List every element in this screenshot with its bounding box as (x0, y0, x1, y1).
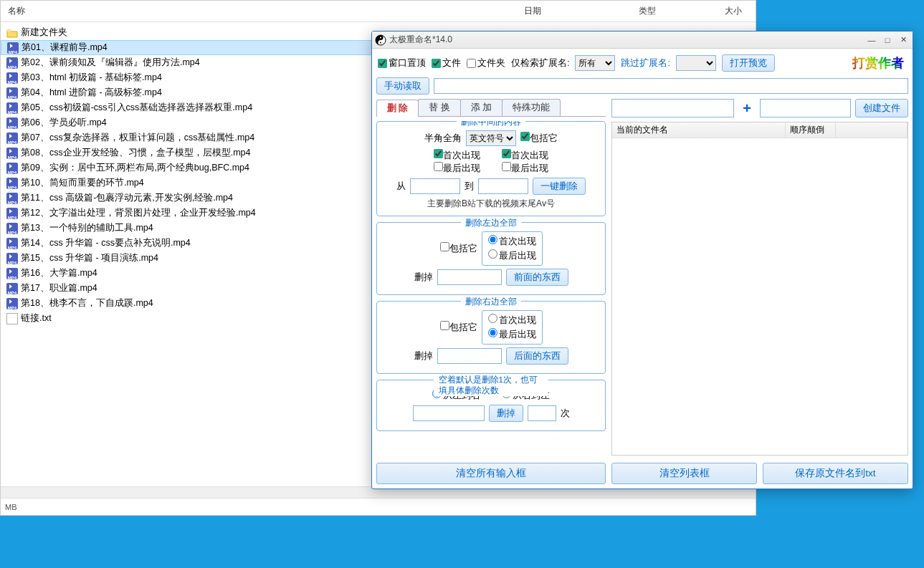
col-header-size[interactable]: 大小 (718, 2, 749, 20)
right-delete-input[interactable] (437, 348, 502, 364)
plus-button[interactable]: + (738, 100, 756, 117)
mp4-file-icon: MP4 (6, 178, 18, 189)
list-header: 当前的文件名 顺序颠倒 (612, 122, 908, 138)
window-top-checkbox[interactable]: 窗口置顶 (378, 57, 426, 69)
include-it-checkbox[interactable]: 包括它 (520, 132, 558, 145)
create-file-button[interactable]: 创建文件 (855, 99, 908, 117)
list-col-empty[interactable] (836, 122, 908, 138)
only-search-ext-label: 仅检索扩展名: (511, 57, 569, 69)
tab-replace[interactable]: 替 换 (418, 99, 460, 116)
file-name: 第07、css复杂选择器，权重计算问题，css基础属性.mp4 (21, 132, 254, 144)
left-include-checkbox[interactable]: 包括它 (440, 242, 477, 255)
mp4-file-icon: MP4 (6, 208, 18, 219)
delete-middle-fieldset: 删除中间的内容 半角全角 英文符号 包括它 首次出现 最后出现 (376, 121, 606, 216)
mp4-file-icon: MP4 (6, 72, 18, 84)
manual-read-button[interactable]: 手动读取 (376, 77, 429, 95)
left-first-radio[interactable]: 首次出现 (488, 235, 536, 248)
list-col-order-reverse[interactable]: 顺序颠倒 (786, 122, 836, 138)
open-preview-button[interactable]: 打开预览 (722, 54, 775, 72)
file-name: 链接.txt (21, 312, 52, 324)
left-delete-label: 删掉 (414, 271, 433, 284)
svg-point-1 (380, 37, 381, 38)
left-last-radio[interactable]: 最后出现 (488, 249, 536, 262)
create-file-row: + 创建文件 (611, 99, 908, 117)
create-file-ext-input[interactable] (760, 99, 851, 117)
file-name: 第01、课程前导.mp4 (22, 42, 108, 54)
from-input[interactable] (410, 178, 460, 194)
right-last-radio[interactable]: 最后出现 (488, 328, 536, 341)
file-name: 第09、实例：居中五环,两栏布局,两个经典bug,BFC.mp4 (21, 162, 249, 174)
folder-icon (6, 27, 18, 39)
list-col-current-name[interactable]: 当前的文件名 (612, 122, 786, 138)
middle-note: 主要删除B站下载的视频末尾Av号 (383, 198, 599, 210)
create-file-name-input[interactable] (611, 99, 734, 117)
to-label: 到 (465, 180, 474, 193)
times-count-input[interactable] (528, 405, 556, 421)
times-text-input[interactable] (413, 405, 485, 421)
mp4-file-icon: MP4 (6, 163, 18, 174)
save-txt-button[interactable]: 保存原文件名到txt (763, 463, 908, 484)
times-suffix: 次 (561, 408, 570, 420)
mp4-file-icon: MP4 (6, 117, 18, 129)
half-full-label: 半角全角 (424, 133, 462, 145)
bottom-button-row: 清空所有输入框 清空列表框 保存原文件名到txt (376, 463, 908, 484)
back-stuff-button[interactable]: 后面的东西 (506, 347, 568, 365)
explorer-statusbar: MB (1, 498, 756, 515)
delete-times-fieldset: 空着默认是删除1次，也可填具体删除次数 从左到右 从右到左 删掉 次 (376, 380, 606, 431)
mp4-file-icon: MP4 (6, 193, 18, 204)
folder-name: 新建文件夹 (21, 27, 67, 39)
last-occur-checkbox-right[interactable]: 最后出现 (502, 163, 548, 173)
file-name: 第18、桃李不言，下自成蹊.mp4 (21, 297, 153, 309)
right-first-radio[interactable]: 首次出现 (488, 314, 536, 327)
mp4-file-icon: MP4 (6, 148, 18, 159)
file-checkbox[interactable]: 文件 (432, 57, 461, 69)
times-delete-button[interactable]: 删掉 (489, 405, 523, 422)
top-options-row: 窗口置顶 文件 文件夹 仅检索扩展名: 所有 跳过扩展名: 打开预览 打赏作者 (376, 53, 908, 73)
list-body[interactable] (612, 138, 908, 455)
last-occur-checkbox-left[interactable]: 最后出现 (434, 163, 480, 173)
to-input[interactable] (478, 178, 528, 194)
window-title: 太极重命名*14.0 (389, 34, 865, 46)
tab-bar: 删 除 替 换 添 加 特殊功能 (376, 99, 606, 117)
txt-file-icon (6, 313, 18, 324)
col-header-name[interactable]: 名称 (1, 2, 517, 20)
file-name: 第14、css 升华篇 - css要点补充说明.mp4 (21, 237, 191, 249)
skip-ext-label: 跳过扩展名: (621, 57, 670, 69)
file-name: 第04、html 进阶篇 - 高级标签.mp4 (21, 87, 162, 99)
one-click-delete-button[interactable]: 一键删除 (533, 178, 586, 195)
minimize-button[interactable]: — (865, 35, 878, 45)
col-header-date[interactable]: 日期 (517, 2, 632, 20)
donate-author-link[interactable]: 打赏作者 (852, 54, 904, 72)
tab-special[interactable]: 特殊功能 (502, 99, 561, 116)
col-header-type[interactable]: 类型 (632, 2, 718, 20)
tab-add[interactable]: 添 加 (460, 99, 503, 116)
path-input[interactable] (434, 78, 908, 94)
manual-read-row: 手动读取 (376, 77, 908, 95)
ext-filter-select[interactable]: 所有 (575, 55, 615, 71)
left-delete-input[interactable] (437, 269, 502, 285)
mp4-file-icon: MP4 (6, 133, 18, 144)
titlebar[interactable]: 太极重命名*14.0 — □ ✕ (372, 32, 913, 49)
symbol-type-select[interactable]: 英文符号 (466, 130, 516, 146)
close-button[interactable]: ✕ (897, 35, 910, 45)
file-name: 第10、简短而重要的环节.mp4 (21, 177, 144, 189)
tab-delete[interactable]: 删 除 (376, 100, 419, 117)
first-occur-checkbox-right[interactable]: 首次出现 (502, 150, 548, 160)
skip-ext-select[interactable] (676, 55, 716, 71)
mp4-file-icon: MP4 (6, 298, 18, 309)
mp4-file-icon: MP4 (6, 238, 18, 249)
maximize-button[interactable]: □ (881, 35, 894, 45)
clear-inputs-button[interactable]: 清空所有输入框 (376, 463, 606, 484)
delete-left-fieldset: 删除左边全部 包括它 首次出现 最后出现 删掉 前面的东西 (376, 222, 606, 295)
clear-list-button[interactable]: 清空列表框 (611, 463, 757, 484)
file-name: 第05、css初级篇-css引入css基础选择器选择器权重.mp4 (21, 102, 252, 114)
delete-right-legend: 删除右边全部 (461, 296, 521, 308)
first-occur-checkbox-left[interactable]: 首次出现 (434, 150, 480, 160)
file-name: 第15、css 升华篇 - 项目演练.mp4 (21, 252, 158, 264)
file-name: 第16、大学篇.mp4 (21, 267, 97, 279)
folder-checkbox[interactable]: 文件夹 (467, 57, 505, 69)
right-include-checkbox[interactable]: 包括它 (440, 321, 477, 334)
front-stuff-button[interactable]: 前面的东西 (506, 269, 568, 286)
file-name: 第17、职业篇.mp4 (21, 282, 97, 294)
mp4-file-icon: MP4 (6, 57, 18, 69)
